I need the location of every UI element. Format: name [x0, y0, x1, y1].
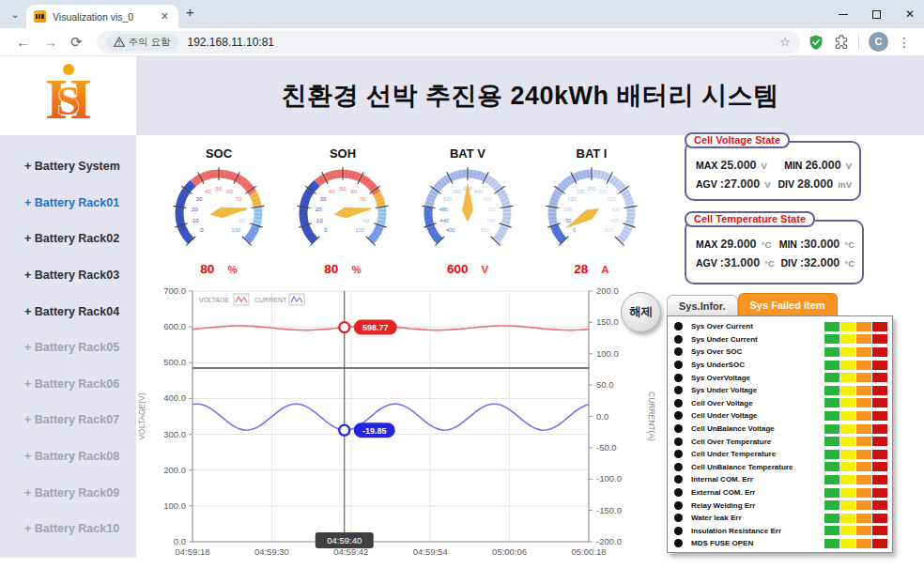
svg-text:480: 480	[439, 207, 448, 212]
failed-item-row: Internal COM. Err	[674, 473, 887, 486]
svg-text:60: 60	[350, 188, 357, 194]
svg-text:05:00:06: 05:00:06	[492, 546, 527, 557]
adblock-shield-icon[interactable]	[808, 34, 824, 51]
severity-bar	[824, 373, 887, 382]
browser-menu-icon[interactable]: ⋮	[898, 35, 911, 50]
reload-icon[interactable]: ⟳	[70, 35, 83, 49]
gauge-dial: 050100150200250300350400450500	[533, 162, 650, 256]
sidebar-item-battery-rack10[interactable]: + Battery Rack10	[0, 511, 136, 547]
svg-text:-100.0: -100.0	[596, 473, 622, 484]
cell-temperature-state-panel: Cell Temperature State MAX29.000°CMIN:30…	[685, 220, 864, 284]
url-text[interactable]: 192.168.11.10:81	[188, 36, 780, 49]
extensions-puzzle-icon[interactable]	[834, 35, 849, 50]
svg-text:100: 100	[231, 226, 241, 233]
release-button[interactable]: 해제	[621, 292, 661, 332]
failed-item-label: Sys OverVoltage	[691, 374, 824, 382]
svg-text:04:59:30: 04:59:30	[254, 546, 289, 557]
new-tab-button[interactable]: +	[186, 4, 194, 20]
cell-voltage-state-panel: Cell Voltage State MAX25.000VMIN26.000VA…	[685, 141, 861, 201]
sidebar-item-battery-rack04[interactable]: + Battery Rack04	[0, 293, 136, 330]
gauge-dial: 0102030405060708090100	[285, 162, 401, 256]
cell-voltage-state-title: Cell Voltage State	[685, 132, 790, 148]
failed-item-row: Cell Over Temperature	[674, 435, 887, 448]
sidebar-item-battery-rack02[interactable]: + Battery Rack02	[0, 221, 136, 257]
svg-text:70: 70	[360, 195, 366, 202]
measurement-div: DIV:32.000°C	[780, 256, 855, 269]
svg-text:20: 20	[192, 206, 198, 212]
status-led	[674, 374, 683, 382]
svg-text:04:59:18: 04:59:18	[176, 546, 210, 557]
sidebar-item-battery-rack09[interactable]: + Battery Rack09	[0, 474, 136, 511]
address-bar[interactable]: 주의 요함 192.168.11.10:81 ☆	[97, 31, 800, 54]
severity-bar	[824, 539, 887, 548]
browser-tab[interactable]: Visualization vis_0 ✕	[26, 5, 178, 28]
svg-text:10: 10	[316, 217, 323, 223]
svg-text:30: 30	[320, 195, 327, 202]
failed-item-row: Cell UnBalance Voltage	[674, 423, 887, 436]
svg-text:500: 500	[605, 227, 613, 233]
svg-text:50: 50	[340, 185, 346, 192]
svg-text:598.77: 598.77	[362, 323, 389, 332]
sidebar-item-battery-rack06[interactable]: + Battery Rack06	[0, 366, 136, 403]
failed-item-label: Relay Welding Err	[691, 501, 824, 510]
gauge-dial: 0102030405060708090100	[161, 162, 277, 256]
status-led	[674, 361, 683, 369]
tab-sys-failed-item[interactable]: Sys Failed Item	[738, 293, 838, 315]
failed-item-row: Sys OverVoltage	[674, 371, 887, 384]
svg-text:0: 0	[200, 226, 204, 233]
svg-text:200: 200	[577, 189, 585, 194]
measurement-max: MAX25.000V	[696, 159, 784, 172]
status-led	[674, 501, 683, 510]
security-chip[interactable]: 주의 요함	[106, 34, 178, 51]
svg-text:60: 60	[226, 188, 233, 194]
svg-text:440: 440	[440, 218, 449, 223]
status-led	[674, 527, 683, 535]
svg-text:-19.85: -19.85	[362, 426, 387, 436]
failed-item-label: Cell UnBalance Voltage	[691, 424, 824, 433]
tab-close-icon[interactable]: ✕	[159, 10, 171, 23]
failed-item-row: MDS FUSE OPEN	[674, 537, 887, 550]
bookmark-star-icon[interactable]: ☆	[779, 35, 791, 49]
failed-item-label: MDS FUSE OPEN	[691, 539, 824, 547]
svg-text:250: 250	[587, 186, 595, 192]
tab-sys-infor[interactable]: Sys.Infor.	[667, 295, 738, 315]
minimize-icon[interactable]	[839, 14, 848, 15]
svg-text:560: 560	[453, 189, 461, 194]
window-close-icon[interactable]: ✕	[905, 8, 915, 20]
back-icon[interactable]: ←	[16, 35, 30, 49]
forward-icon[interactable]: →	[43, 35, 57, 49]
profile-avatar[interactable]: C	[869, 32, 888, 52]
tab-search-chevron-icon[interactable]: ⌄	[8, 8, 23, 23]
severity-bar	[824, 437, 887, 446]
severity-bar	[824, 500, 887, 510]
svg-text:680: 680	[483, 196, 491, 202]
failed-item-row: External COM. Err	[674, 486, 887, 499]
sidebar-item-battery-system[interactable]: + Battery System	[0, 148, 136, 185]
status-led	[674, 335, 683, 344]
failed-item-row: Cell Under Voltage	[674, 409, 887, 423]
severity-bar	[824, 526, 887, 535]
svg-text:400: 400	[611, 207, 620, 212]
failed-item-row: Sys Under Voltage	[674, 384, 887, 397]
sidebar-item-battery-rack07[interactable]: + Battery Rack07	[0, 402, 136, 438]
svg-text:CURRENT(A): CURRENT(A)	[647, 392, 656, 441]
failed-item-label: Cell Over Temperature	[691, 438, 824, 446]
sidebar-item-battery-rack05[interactable]: + Battery Rack05	[0, 330, 136, 366]
gauge-value: 600V	[409, 260, 526, 277]
maximize-icon[interactable]	[872, 10, 881, 19]
sidebar-item-battery-rack08[interactable]: + Battery Rack08	[0, 438, 136, 475]
measurement-max: MAX29.000°C	[696, 238, 779, 251]
failed-item-label: Water leak Err	[691, 514, 824, 522]
svg-text:30: 30	[196, 195, 203, 202]
status-led	[674, 450, 683, 458]
sidebar-item-battery-rack01[interactable]: + Battery Rack01	[0, 185, 136, 222]
severity-bar	[824, 361, 887, 370]
measurement-agv: AGV:27.000V	[696, 177, 778, 191]
status-led	[674, 386, 683, 394]
voltage-current-chart[interactable]: 700.0600.0500.0400.0300.0200.0100.00.020…	[131, 280, 667, 572]
sidebar-item-battery-rack03[interactable]: + Battery Rack03	[0, 257, 136, 294]
failed-item-label: Cell Under Voltage	[691, 411, 824, 420]
measurement-agv: AGV:31.000°C	[696, 256, 780, 269]
failed-item-label: Cell Over Voltage	[691, 399, 824, 407]
toolbar-separator	[858, 35, 859, 50]
